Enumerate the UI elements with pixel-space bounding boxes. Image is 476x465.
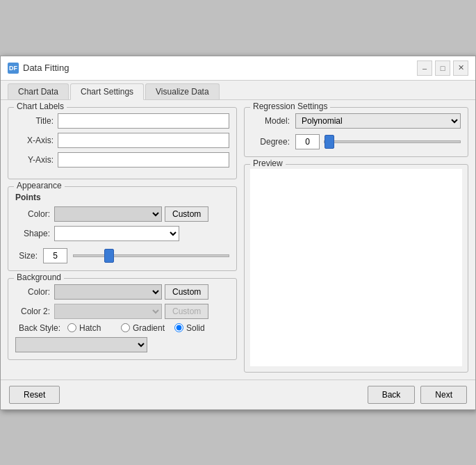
appearance-title: Appearance [14, 181, 65, 190]
backstyle-label: Back Style: [15, 323, 60, 333]
size-label: Size: [15, 251, 38, 261]
points-color-custom-button[interactable]: Custom [165, 206, 208, 222]
bg-color2-label: Color 2: [15, 307, 50, 316]
right-panel: Regression Settings Model: Polynomial Li… [244, 107, 468, 373]
left-panel: Chart Labels Title: X-Axis: Y-Axis: Appe… [8, 107, 237, 373]
radio-hatch[interactable] [67, 323, 76, 332]
radio-solid-item[interactable]: Solid [174, 323, 220, 333]
radio-solid[interactable] [174, 323, 183, 332]
bg-color-select[interactable] [54, 284, 162, 300]
bottom-left: Reset [9, 386, 60, 404]
degree-slider[interactable] [324, 140, 461, 143]
size-row: Size: [15, 248, 229, 263]
radio-gradient[interactable] [121, 323, 130, 332]
degree-slider-container [324, 135, 461, 149]
backstyle-row: Back Style: Hatch Gradient Solid [15, 323, 229, 333]
chart-labels-group: Chart Labels Title: X-Axis: Y-Axis: [8, 107, 237, 179]
reset-button[interactable]: Reset [9, 386, 60, 404]
bg-color2-row: Color 2: Custom [15, 304, 229, 319]
content-area: Chart Labels Title: X-Axis: Y-Axis: Appe… [1, 100, 475, 380]
degree-label: Degree: [252, 137, 290, 147]
bg-color-custom-button[interactable]: Custom [165, 284, 208, 300]
points-shape-row: Shape: [15, 226, 229, 241]
title-bar-left: DF Data Fitting [8, 63, 69, 74]
appearance-group: Appearance Points Color: Custom Shape: [8, 186, 237, 271]
points-shape-wrap [54, 226, 179, 241]
tab-bar: Chart Data Chart Settings Visualize Data [1, 81, 475, 100]
points-color-label: Color: [15, 209, 50, 219]
title-row: Title: [15, 113, 229, 129]
back-button[interactable]: Back [368, 386, 416, 404]
background-title: Background [14, 272, 64, 282]
xaxis-input[interactable] [58, 133, 229, 148]
points-color-wrap: Custom [54, 206, 208, 222]
regression-title: Regression Settings [250, 101, 330, 111]
close-button[interactable]: ✕ [453, 60, 468, 76]
bg-color2-select[interactable] [54, 304, 162, 319]
title-input[interactable] [58, 113, 229, 129]
xaxis-field-label: X-Axis: [15, 136, 54, 145]
chart-labels-title: Chart Labels [14, 101, 67, 111]
xaxis-row: X-Axis: [15, 133, 229, 148]
points-label: Points [15, 193, 229, 202]
bg-color2-wrap: Custom [54, 304, 208, 319]
title-bar: DF Data Fitting – □ ✕ [1, 56, 475, 81]
bg-color-label: Color: [15, 287, 50, 297]
size-slider-container [73, 249, 229, 263]
bottom-right: Back Next [368, 386, 467, 404]
maximize-button[interactable]: □ [435, 60, 450, 76]
model-select[interactable]: Polynomial Linear Exponential Logarithmi… [295, 113, 461, 129]
bg-color-wrap: Custom [54, 284, 208, 300]
preview-area [250, 169, 462, 366]
bottom-bar: Reset Back Next [1, 380, 475, 409]
model-row: Model: Polynomial Linear Exponential Log… [252, 113, 461, 129]
background-group: Background Color: Custom Color 2: [8, 278, 237, 360]
backstyle-radio-group: Hatch Gradient Solid [67, 323, 220, 333]
tab-visualize-data[interactable]: Visualize Data [145, 83, 220, 99]
yaxis-row: Y-Axis: [15, 152, 229, 168]
backstyle-dropdown-row [15, 337, 229, 352]
tab-chart-data[interactable]: Chart Data [8, 83, 69, 99]
next-button[interactable]: Next [420, 386, 467, 404]
backstyle-dropdown[interactable] [15, 337, 147, 352]
regression-group: Regression Settings Model: Polynomial Li… [244, 107, 468, 157]
main-window: DF Data Fitting – □ ✕ Chart Data Chart S… [0, 56, 476, 410]
points-color-select[interactable] [54, 206, 162, 222]
size-slider[interactable] [73, 254, 229, 257]
bg-color2-custom-button[interactable]: Custom [165, 304, 208, 319]
window-icon: DF [8, 63, 19, 74]
preview-group: Preview [244, 164, 468, 373]
points-shape-label: Shape: [15, 229, 50, 238]
radio-solid-label: Solid [186, 323, 205, 333]
tab-chart-settings[interactable]: Chart Settings [70, 83, 144, 100]
radio-hatch-item[interactable]: Hatch [67, 323, 113, 333]
radio-gradient-label: Gradient [133, 323, 165, 333]
title-field-label: Title: [15, 116, 54, 126]
window-title: Data Fitting [23, 63, 69, 73]
radio-gradient-item[interactable]: Gradient [121, 323, 166, 333]
degree-input[interactable] [295, 134, 320, 149]
bg-color-row: Color: Custom [15, 284, 229, 300]
radio-hatch-label: Hatch [79, 323, 101, 333]
degree-row: Degree: [252, 134, 461, 149]
points-shape-select[interactable] [54, 226, 179, 241]
preview-title: Preview [250, 158, 286, 168]
points-color-row: Color: Custom [15, 206, 229, 222]
minimize-button[interactable]: – [417, 60, 432, 76]
model-label: Model: [252, 116, 290, 126]
size-input[interactable] [43, 248, 67, 263]
yaxis-field-label: Y-Axis: [15, 155, 54, 165]
title-controls: – □ ✕ [417, 60, 468, 76]
yaxis-input[interactable] [58, 152, 229, 168]
